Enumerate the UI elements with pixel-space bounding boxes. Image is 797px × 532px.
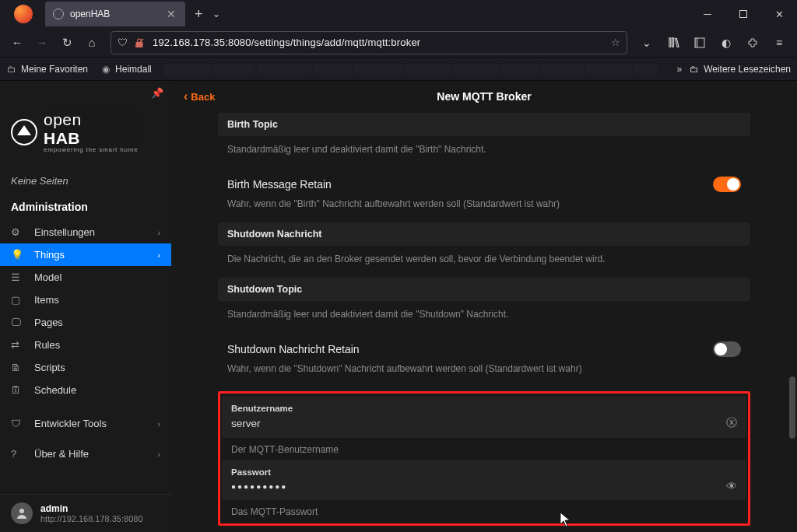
sidebar-item-things[interactable]: 💡Things› (0, 243, 171, 266)
svg-point-5 (19, 509, 24, 513)
sidebar-item-devtools[interactable]: 🛡Entwickler Tools› (0, 412, 171, 435)
pin-icon[interactable]: 📌 (151, 87, 163, 99)
field-shutdown-msg[interactable]: Shutdown Nachricht (218, 222, 750, 246)
main-panel: ‹Back New MQTT Broker Birth Topic Standa… (171, 81, 797, 532)
folder-icon: 🗀 (6, 64, 17, 75)
back-button[interactable]: ‹Back (184, 89, 215, 103)
pocket-icon[interactable]: ⌄ (634, 30, 660, 55)
sidebar-item-items[interactable]: ▢Items (0, 289, 171, 311)
chevron-right-icon: › (157, 250, 160, 260)
toggle-shutdown-retain[interactable] (713, 341, 741, 357)
field-password[interactable]: Passwort ●●●●●●●●●👁 (222, 460, 746, 500)
avatar-icon (11, 502, 33, 524)
label-password: Passwort (231, 467, 737, 477)
new-tab-button[interactable]: + (185, 6, 212, 23)
helper-username: Der MQTT-Benutzername (222, 438, 746, 458)
svg-rect-1 (740, 11, 747, 18)
field-username[interactable]: Benutzername serverⓧ (222, 396, 746, 438)
toggle-birth-retain[interactable] (713, 177, 741, 192)
chevron-right-icon: › (157, 419, 160, 429)
row-shutdown-retain[interactable]: Shutdown Nachricht Retain (218, 332, 750, 362)
field-shutdown-topic[interactable]: Shutdown Topic (218, 278, 750, 301)
sidebar-item-schedule[interactable]: 🗓Schedule (0, 379, 171, 401)
extension-icon[interactable]: ◐ (713, 30, 739, 55)
url-text: 192.168.178.35:8080/settings/things/add/… (153, 37, 605, 48)
svg-rect-0 (704, 14, 711, 15)
sidebar-item-scripts[interactable]: 🗎Scripts (0, 356, 171, 379)
bookmark-favorites[interactable]: 🗀Meine Favoriten (6, 64, 88, 75)
chevron-right-icon: › (157, 450, 160, 459)
helper-birth-topic: Standardmäßig leer und deaktiviert damit… (218, 136, 750, 167)
nav-forward-button[interactable]: → (30, 30, 54, 55)
sidebar-user[interactable]: admin http://192.168.178.35:8080 (0, 494, 171, 532)
sidebar-icon[interactable] (686, 30, 713, 55)
eye-icon[interactable]: 👁 (726, 480, 737, 492)
browser-titlebar: openHAB ✕ + ⌄ ✕ (0, 0, 797, 28)
row-birth-retain[interactable]: Birth Message Retain (218, 167, 750, 197)
gear-icon: ⚙ (11, 226, 25, 238)
tabs-dropdown-icon[interactable]: ⌄ (212, 9, 220, 19)
tab-favicon-icon (53, 9, 64, 19)
bookmark-more-folder[interactable]: 🗀Weitere Lesezeichen (690, 64, 791, 75)
chevron-right-icon: › (157, 228, 160, 237)
sidebar-item-rules[interactable]: ⇄Rules (0, 334, 171, 356)
brand-block[interactable]: openHAB empowering the smart home (0, 104, 171, 169)
bookmark-blurred-group (164, 64, 669, 75)
insecure-lock-icon[interactable] (134, 37, 145, 48)
monitor-icon: 🖵 (11, 317, 25, 328)
helper-password: Das MQTT-Passwort (222, 500, 746, 522)
window-minimize-button[interactable] (690, 0, 725, 28)
app-sidebar: 📌 openHAB empowering the smart home Kein… (0, 81, 171, 532)
sidebar-item-pages[interactable]: 🖵Pages (0, 311, 171, 334)
label-username: Benutzername (231, 404, 737, 413)
list-icon: ☰ (11, 271, 25, 283)
scrollbar-thumb[interactable] (789, 376, 795, 439)
sidebar-item-settings[interactable]: ⚙Einstellungen› (0, 221, 171, 243)
helper-shutdown-msg: Die Nachricht, die an den Broker gesende… (218, 246, 750, 277)
url-bar[interactable]: 🛡 192.168.178.35:8080/settings/things/ad… (111, 31, 627, 54)
credentials-highlight: Benutzername serverⓧ Der MQTT-Benutzerna… (218, 391, 750, 526)
sidebar-item-model[interactable]: ☰Model (0, 266, 171, 289)
nav-reload-button[interactable]: ↻ (54, 30, 79, 55)
clear-icon[interactable]: ⓧ (726, 416, 737, 430)
document-icon: 🗎 (11, 362, 25, 373)
box-icon: ▢ (11, 294, 25, 306)
question-icon: ? (11, 448, 25, 460)
extensions-icon[interactable] (739, 30, 766, 55)
nav-home-button[interactable]: ⌂ (79, 30, 104, 55)
bookmarks-overflow-icon[interactable]: » (676, 64, 682, 75)
window-maximize-button[interactable] (725, 0, 761, 28)
form-scroll-area[interactable]: Birth Topic Standardmäßig leer und deakt… (171, 112, 797, 532)
helper-birth-retain: Wahr, wenn die "Birth" Nachricht aufbewa… (218, 197, 750, 222)
shield-icon: 🛡 (118, 37, 128, 48)
lightbulb-icon: 💡 (11, 249, 25, 261)
sidebar-no-pages: Keine Seiten (0, 169, 171, 193)
library-icon[interactable] (660, 30, 686, 55)
chevron-left-icon: ‹ (184, 89, 188, 103)
tab-title: openHAB (70, 9, 165, 19)
nav-back-button[interactable]: ← (5, 30, 30, 55)
bookmark-heimdall[interactable]: ◉Heimdall (100, 64, 152, 75)
helper-shutdown-retain: Wahr, wenn die "Shutdown" Nachricht aufb… (218, 362, 750, 387)
svg-rect-4 (695, 38, 698, 47)
browser-tab[interactable]: openHAB ✕ (45, 2, 185, 26)
firefox-logo-icon (14, 5, 33, 23)
user-name: admin (40, 503, 143, 514)
bookmark-star-icon[interactable]: ☆ (611, 37, 620, 48)
value-username: server (231, 418, 261, 429)
app-menu-icon[interactable]: ≡ (766, 30, 792, 55)
folder-icon: 🗀 (690, 64, 699, 75)
value-password: ●●●●●●●●● (231, 482, 287, 491)
user-host: http://192.168.178.35:8080 (40, 514, 143, 523)
sidebar-admin-heading: Administration (0, 193, 171, 221)
window-close-button[interactable]: ✕ (761, 0, 797, 28)
shield-icon: 🛡 (11, 418, 25, 429)
main-header: ‹Back New MQTT Broker (171, 81, 797, 112)
calendar-icon: 🗓 (11, 384, 25, 396)
page-title: New MQTT Broker (437, 90, 531, 103)
heimdall-icon: ◉ (100, 64, 111, 75)
tab-close-icon[interactable]: ✕ (165, 8, 177, 20)
helper-shutdown-topic: Standardmäßig leer und deaktiviert damit… (218, 301, 750, 332)
field-birth-topic[interactable]: Birth Topic (218, 113, 750, 136)
sidebar-item-about[interactable]: ?Über & Hilfe› (0, 443, 171, 465)
